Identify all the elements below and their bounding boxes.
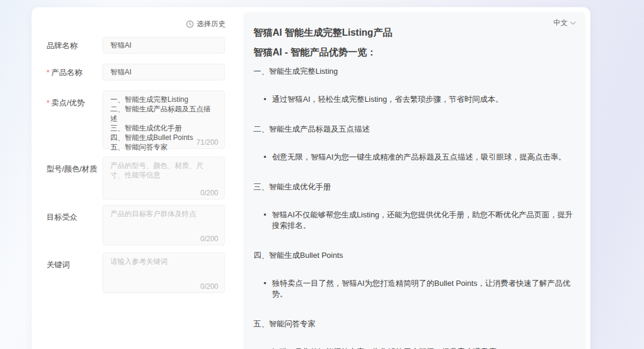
section-3-heading: 三、智能生成优化手册 [253, 182, 575, 192]
bullet-icon [264, 347, 272, 349]
required-asterisk: * [47, 68, 49, 77]
product-name-input[interactable]: 智猫AI [103, 64, 225, 80]
generated-result-panel: 中文 智猫AI 智能生成完整Listing产品 智猫AI - 智能产品优势一览：… [243, 12, 586, 349]
selling-points-label: *卖点/优势 [47, 98, 85, 107]
model-color-material-textarea[interactable]: 产品的型号、颜色、材质、尺寸、性能等信息 0/200 [103, 157, 225, 200]
keywords-textarea[interactable]: 请输入参考关键词 0/200 [103, 253, 225, 293]
brand-name-label: 品牌名称 [47, 41, 78, 50]
language-selector-label: 中文 [553, 18, 568, 28]
target-audience-counter: 0/200 [200, 235, 218, 243]
bullet-icon [264, 278, 272, 300]
product-name-label: *产品名称 [47, 68, 82, 77]
chevron-down-icon [570, 21, 576, 25]
section-3-bullet: 智猫AI不仅能够帮您生成Listing，还能为您提供优化手册，助您不断优化产品页… [253, 210, 575, 231]
selling-points-textarea[interactable]: 一、智能生成完整Listing 二、智能生成产品标题及五点描述 三、智能生成优化… [103, 91, 225, 149]
keywords-counter: 0/200 [200, 282, 218, 291]
section-1-heading: 一、智能生成完整Listing [253, 66, 575, 76]
language-selector[interactable]: 中文 [553, 18, 576, 28]
main-card: 选择历史 品牌名称 智猫AI *产品名称 智猫AI *卖点/优势 一、智能生成完… [32, 7, 590, 349]
section-2-heading: 二、智能生成产品标题及五点描述 [253, 124, 575, 134]
history-clock-icon [186, 20, 194, 28]
select-history-button[interactable]: 选择历史 [186, 20, 225, 28]
target-audience-placeholder: 产品的目标客户群体及特点 [110, 209, 217, 219]
model-color-material-counter: 0/200 [200, 189, 218, 197]
section-2-bullet: 创意无限，智猫AI为您一键生成精准的产品标题及五点描述，吸引眼球，提高点击率。 [253, 152, 575, 163]
section-4-bullet: 独特卖点一目了然，智猫AI为您打造精简明了的Bullet Points，让消费者… [253, 278, 575, 300]
select-history-label: 选择历史 [197, 20, 225, 28]
target-audience-textarea[interactable]: 产品的目标客户群体及特点 0/200 [103, 205, 225, 245]
brand-name-input[interactable]: 智猫AI [103, 37, 225, 54]
section-5-heading: 五、智能问答专家 [253, 319, 575, 329]
selling-points-counter: 71/200 [196, 138, 218, 147]
section-5-bullet: 智猫AI是您的智能问答专家，为您解答用户疑问，提升客户满意度。 购买智猫AI，让… [253, 347, 575, 349]
result-subtitle: 智猫AI - 智能产品优势一览： [253, 46, 575, 58]
listing-form: 选择历史 品牌名称 智猫AI *产品名称 智猫AI *卖点/优势 一、智能生成完… [32, 7, 243, 349]
section-1-bullet: 通过智猫AI，轻松生成完整Listing，省去繁琐步骤，节省时间成本。 [253, 94, 575, 105]
bullet-icon [264, 94, 272, 105]
bullet-icon [264, 210, 272, 231]
section-4-heading: 四、智能生成Bullet Points [253, 250, 575, 260]
model-color-material-label: 型号/颜色/材质 [47, 164, 97, 173]
target-audience-label: 目标受众 [47, 213, 78, 222]
keywords-label: 关键词 [47, 260, 70, 269]
bullet-icon [264, 152, 272, 163]
result-title: 智猫AI 智能生成完整Listing产品 [253, 27, 575, 39]
required-asterisk: * [47, 98, 49, 107]
model-color-material-placeholder: 产品的型号、颜色、材质、尺寸、性能等信息 [110, 161, 217, 180]
keywords-placeholder: 请输入参考关键词 [110, 257, 217, 266]
